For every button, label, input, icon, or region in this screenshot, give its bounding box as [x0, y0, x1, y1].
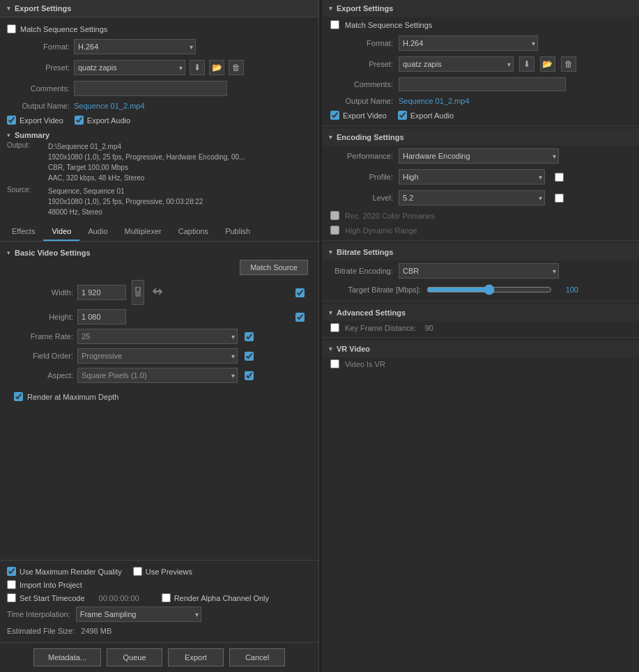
match-sequence-checkbox[interactable]	[7, 24, 16, 33]
open-preset-btn[interactable]: 📂	[209, 60, 224, 75]
tab-publish[interactable]: Publish	[217, 223, 259, 241]
tab-effects[interactable]: Effects	[3, 223, 43, 241]
r-format-select-wrapper: H.264	[399, 36, 538, 51]
r-profile-checkbox[interactable]	[555, 173, 564, 182]
field-order-select[interactable]: Progressive	[77, 348, 238, 364]
r-keyframe-value: 90	[425, 324, 433, 332]
aspect-select[interactable]: Square Pixels (1.0)	[77, 368, 238, 383]
use-previews-item: Use Previews	[133, 567, 192, 576]
aspect-lock-icon[interactable]	[132, 280, 144, 305]
use-previews-checkbox[interactable]	[133, 567, 142, 576]
quality-row: Use Maximum Render Quality Use Previews	[7, 565, 311, 578]
r-advanced-collapse-icon[interactable]: ▾	[329, 309, 332, 316]
bottom-options: Use Maximum Render Quality Use Previews …	[0, 560, 318, 642]
tab-captions[interactable]: Captions	[170, 223, 217, 241]
r-target-bitrate-slider[interactable]	[426, 284, 552, 295]
summary-header[interactable]: ▾ Summary	[7, 129, 311, 141]
left-panel: ▾ Export Settings Match Sequence Setting…	[0, 0, 319, 672]
field-order-row: Field Order: Progressive	[7, 346, 311, 366]
source-summary-label: Source:	[7, 186, 45, 217]
height-input[interactable]	[77, 309, 126, 325]
save-preset-btn[interactable]: ⬇	[190, 60, 205, 75]
frame-rate-select[interactable]: 25	[77, 329, 238, 344]
r-format-row: Format: H.264	[322, 33, 639, 54]
r-export-video-checkbox[interactable]	[330, 111, 339, 120]
r-hdr-checkbox[interactable]	[330, 226, 339, 235]
r-rec2020-checkbox[interactable]	[330, 211, 339, 220]
output-name-label: Output Name:	[7, 102, 70, 110]
source-name: Sequence, Sequence 01	[48, 186, 311, 196]
r-level-label: Level:	[330, 194, 393, 202]
r-output-name-link[interactable]: Sequence 01_2.mp4	[399, 97, 470, 105]
tab-audio[interactable]: Audio	[79, 223, 116, 241]
r-comments-input[interactable]	[399, 77, 566, 91]
match-source-button[interactable]: Match Source	[240, 260, 308, 275]
field-order-label: Field Order:	[14, 352, 73, 360]
basic-video-title: Basic Video Settings	[15, 249, 91, 257]
r-delete-preset-btn[interactable]: 🗑	[561, 56, 576, 72]
width-input[interactable]	[77, 285, 126, 300]
export-audio-checkbox[interactable]	[75, 116, 84, 125]
r-level-checkbox[interactable]	[555, 194, 564, 203]
set-start-timecode-checkbox[interactable]	[7, 593, 16, 602]
basic-video-header[interactable]: ▾ Basic Video Settings	[7, 246, 311, 260]
r-performance-row: Performance: Hardware Encoding Software …	[322, 146, 639, 166]
r-output-name-label: Output Name:	[330, 97, 393, 105]
r-save-preset-btn[interactable]: ⬇	[519, 56, 534, 72]
button-bar: Metadata... Queue Export Cancel	[0, 642, 318, 672]
frame-rate-label: Frame Rate:	[14, 332, 73, 341]
comments-input[interactable]	[74, 81, 227, 96]
export-video-checkbox[interactable]	[7, 116, 16, 125]
source-summary-details: Sequence, Sequence 01 1920x1080 (1,0), 2…	[48, 186, 311, 217]
export-audio-item: Export Audio	[75, 116, 130, 125]
tab-multiplexer[interactable]: Multiplexer	[116, 223, 170, 241]
r-preset-row: Preset: quatz zapis ⬇ 📂 🗑	[322, 54, 639, 75]
preset-select[interactable]: quatz zapis	[74, 60, 185, 75]
r-performance-select[interactable]: Hardware Encoding Software Encoding	[399, 148, 559, 164]
r-comments-label: Comments:	[330, 80, 393, 88]
delete-preset-btn[interactable]: 🗑	[229, 60, 244, 75]
render-max-depth-row: Render at Maximum Depth	[7, 389, 311, 404]
r-match-sequence-checkbox[interactable]	[330, 20, 339, 29]
time-interp-select[interactable]: Frame Sampling Frame Blending Optical Fl…	[76, 607, 201, 622]
render-max-depth-checkbox[interactable]	[14, 392, 23, 401]
r-export-audio-checkbox[interactable]	[398, 111, 407, 120]
format-select[interactable]: H.264	[74, 39, 196, 54]
r-open-preset-btn[interactable]: 📂	[540, 56, 555, 72]
import-project-checkbox[interactable]	[7, 580, 16, 589]
time-interp-row: Time Interpolation: Frame Sampling Frame…	[7, 604, 311, 624]
r-bitrate-settings-title: Bitrate Settings	[337, 248, 393, 256]
cancel-button[interactable]: Cancel	[229, 648, 285, 666]
queue-button[interactable]: Queue	[107, 648, 162, 666]
aspect-checkbox[interactable]	[245, 371, 254, 380]
r-target-bitrate-row: Target Bitrate [Mbps]: 100	[322, 281, 639, 298]
r-encoding-collapse-icon[interactable]: ▾	[329, 134, 332, 141]
r-level-select[interactable]: 5.2 5.1 5.0 4.2	[399, 190, 545, 205]
r-bitrate-encoding-select[interactable]: CBR VBR, 1 Pass VBR, 2 Pass	[399, 263, 559, 279]
output-name-link[interactable]: Sequence 01_2.mp4	[74, 102, 145, 110]
r-profile-select[interactable]: High Main Baseline	[399, 169, 545, 185]
output-name-row: Output Name: Sequence 01_2.mp4	[0, 99, 318, 113]
swap-dimensions-icon[interactable]	[151, 286, 164, 298]
file-size-label: Estimated File Size:	[7, 627, 75, 635]
tab-video[interactable]: Video	[43, 223, 79, 241]
frame-rate-checkbox[interactable]	[245, 332, 254, 341]
r-performance-select-wrapper: Hardware Encoding Software Encoding	[399, 148, 559, 164]
metadata-button[interactable]: Metadata...	[33, 648, 101, 666]
r-format-select[interactable]: H.264	[399, 36, 538, 51]
r-vr-checkbox[interactable]	[330, 359, 339, 368]
r-bitrate-collapse-icon[interactable]: ▾	[329, 249, 332, 256]
r-vr-collapse-icon[interactable]: ▾	[329, 345, 332, 352]
collapse-icon[interactable]: ▾	[7, 5, 10, 12]
render-alpha-checkbox[interactable]	[162, 593, 171, 602]
format-label: Format:	[7, 42, 70, 51]
r-collapse-icon[interactable]: ▾	[329, 5, 332, 12]
use-previews-label: Use Previews	[146, 568, 192, 576]
field-order-checkbox[interactable]	[245, 352, 254, 361]
width-checkbox[interactable]	[295, 288, 305, 297]
height-checkbox[interactable]	[295, 313, 305, 322]
r-keyframe-checkbox[interactable]	[330, 323, 339, 332]
r-preset-select[interactable]: quatz zapis	[399, 56, 514, 72]
export-button[interactable]: Export	[168, 648, 224, 666]
max-quality-checkbox[interactable]	[7, 567, 16, 576]
